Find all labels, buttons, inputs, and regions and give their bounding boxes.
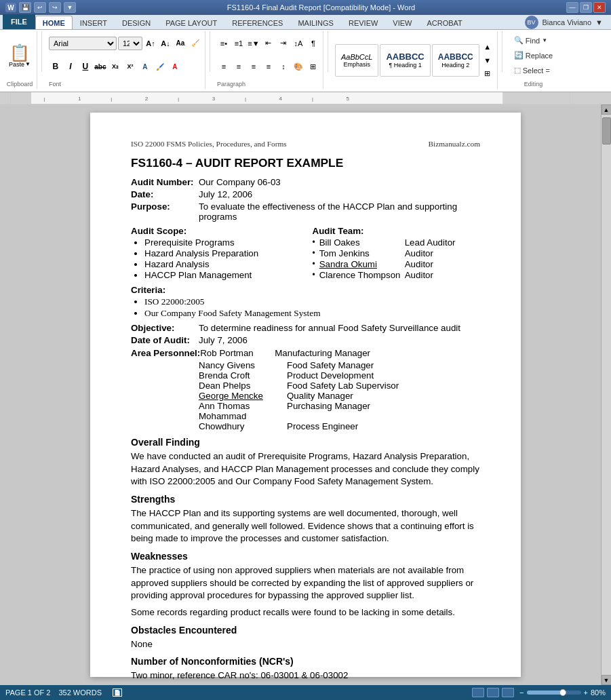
area-personnel-first-name: Rob Portman <box>200 348 275 358</box>
tab-home[interactable]: HOME <box>35 16 73 29</box>
bullet-icon-3: • <box>313 270 315 280</box>
status-bar: PAGE 1 OF 2 352 WORDS 📄 − + 80% <box>0 685 611 700</box>
personnel-name-2: Brenda Croft <box>199 370 287 381</box>
web-layout-btn[interactable] <box>502 688 514 697</box>
scope-item-3: HACCP Plan Management <box>144 270 299 280</box>
doc-scroll-area[interactable]: ISO 22000 FSMS Policies, Procedures, and… <box>10 104 601 685</box>
font-row-1: Arial 12 A↑ A↓ Aa 🧹 <box>49 33 202 54</box>
numbering-btn[interactable]: ≡1 <box>232 37 245 50</box>
multilevel-btn[interactable]: ≡▼ <box>247 37 260 50</box>
replace-btn[interactable]: 🔄 Replace <box>509 49 557 62</box>
paste-button[interactable]: 📋 Paste ▼ <box>5 43 34 70</box>
date-value: July 12, 2006 <box>199 189 252 199</box>
vertical-scrollbar[interactable]: ▲ ▼ <box>601 104 611 685</box>
text-effect-btn[interactable]: A <box>138 60 152 73</box>
user-name: Bianca Viviano <box>543 18 592 26</box>
increase-indent-btn[interactable]: ⇥ <box>277 37 290 50</box>
scroll-thumb[interactable] <box>602 117 611 144</box>
quick-save-btn[interactable]: 💾 <box>19 2 31 13</box>
align-center-btn[interactable]: ≡ <box>232 60 245 73</box>
date-row: Date: July 12, 2006 <box>131 189 480 199</box>
ruler-right <box>570 92 611 104</box>
sort-btn[interactable]: ↕A <box>292 37 305 50</box>
audit-number-row: Audit Number: Our Company 06-03 <box>131 177 480 187</box>
paste-dropdown-icon[interactable]: ▼ <box>25 61 31 67</box>
style-h2-preview: AABBCC <box>438 52 473 62</box>
tab-references[interactable]: REFERENCES <box>224 16 290 29</box>
tab-mailings[interactable]: MAILINGS <box>290 16 341 29</box>
paste-label: Paste <box>9 61 24 68</box>
styles-more[interactable]: ⊞ <box>481 67 494 81</box>
bullet-icon-2: • <box>313 259 315 269</box>
team-role-2: Auditor <box>405 259 433 269</box>
italic-btn[interactable]: I <box>64 60 77 73</box>
bullet-icon-1: • <box>313 248 315 258</box>
separator-4 <box>502 31 502 72</box>
grow-font-btn[interactable]: A↑ <box>144 37 157 50</box>
zoom-in-icon[interactable]: + <box>584 688 588 697</box>
tab-design[interactable]: DESIGN <box>115 16 158 29</box>
user-avatar: BV <box>525 16 538 29</box>
tab-insert[interactable]: INSERT <box>73 16 115 29</box>
zoom-out-icon[interactable]: − <box>519 688 524 697</box>
ruler: 1 2 3 4 5 <box>0 92 611 104</box>
borders-btn[interactable]: ⊞ <box>307 60 320 73</box>
personnel-row-1: Nancy Givens Food Safety Manager <box>131 360 480 370</box>
styles-scroll-down[interactable]: ▼ <box>481 54 494 67</box>
justify-btn[interactable]: ≡ <box>262 60 275 73</box>
bold-btn[interactable]: B <box>49 60 62 73</box>
ruler-body: 1 2 3 4 5 <box>10 92 570 104</box>
undo-btn[interactable]: ↩ <box>34 2 46 13</box>
styles-scroll-up[interactable]: ▲ <box>481 40 494 54</box>
tab-acrobat[interactable]: ACROBAT <box>419 16 469 29</box>
full-read-btn[interactable] <box>487 688 499 697</box>
decrease-indent-btn[interactable]: ⇤ <box>262 37 275 50</box>
status-right: − + 80% <box>472 688 606 697</box>
replace-icon: 🔄 <box>514 51 524 60</box>
clear-format-btn[interactable]: 🧹 <box>189 37 202 50</box>
ribbon-group-styles: AaBbCcL Emphasis AABBCC ¶ Heading 1 AABB… <box>332 31 498 89</box>
area-personnel-first-title: Manufacturing Manager <box>275 348 370 358</box>
select-btn[interactable]: ⬚ Select = <box>509 64 557 77</box>
show-marks-btn[interactable]: ¶ <box>307 37 320 50</box>
tab-view[interactable]: VIEW <box>385 16 419 29</box>
personnel-name-6b: Chowdhury <box>199 421 287 431</box>
find-btn[interactable]: 🔍 Find ▼ <box>509 34 557 47</box>
minimize-btn[interactable]: — <box>566 2 578 13</box>
strikethrough-btn[interactable]: abc <box>94 60 107 73</box>
find-dropdown-icon[interactable]: ▼ <box>542 37 547 43</box>
line-spacing-btn[interactable]: ↕ <box>277 60 290 73</box>
user-dropdown-icon[interactable]: ▼ <box>595 18 603 26</box>
align-right-btn[interactable]: ≡ <box>247 60 260 73</box>
print-layout-btn[interactable] <box>472 688 484 697</box>
zoom-handle[interactable] <box>559 689 566 696</box>
font-name-select[interactable]: Arial <box>49 37 117 50</box>
zoom-slider[interactable]: − + 80% <box>519 688 606 697</box>
user-area: BV Bianca Viviano ▼ <box>519 16 608 29</box>
font-size-select[interactable]: 12 <box>118 37 142 50</box>
scroll-up-btn[interactable]: ▲ <box>602 104 612 115</box>
shading-btn[interactable]: 🎨 <box>292 60 305 73</box>
quick-access-more[interactable]: ▼ <box>64 2 76 13</box>
tab-review[interactable]: REVIEW <box>341 16 385 29</box>
scroll-down-btn[interactable]: ▼ <box>602 675 612 685</box>
style-heading2[interactable]: AABBCC Heading 2 <box>432 44 479 77</box>
highlight-btn[interactable]: 🖌️ <box>153 60 167 73</box>
bullets-btn[interactable]: ≡• <box>217 37 231 50</box>
close-btn[interactable]: ✕ <box>593 2 606 13</box>
tab-file[interactable]: FILE <box>3 14 35 29</box>
tab-page-layout[interactable]: PAGE LAYOUT <box>158 16 224 29</box>
superscript-btn[interactable]: X² <box>123 60 137 73</box>
shrink-font-btn[interactable]: A↓ <box>159 37 172 50</box>
maximize-btn[interactable]: ❐ <box>580 2 592 13</box>
font-color-btn[interactable]: A <box>168 60 182 73</box>
change-case-btn[interactable]: Aa <box>174 37 187 50</box>
subscript-btn[interactable]: X₂ <box>109 60 122 73</box>
underline-btn[interactable]: U <box>79 60 92 73</box>
personnel-name-6: Mohammad <box>199 411 287 421</box>
redo-btn[interactable]: ↪ <box>49 2 61 13</box>
style-heading1[interactable]: AABBCC ¶ Heading 1 <box>380 44 430 77</box>
style-emphasis[interactable]: AaBbCcL Emphasis <box>335 44 378 77</box>
purpose-row: Purpose: To evaluate the effectiveness o… <box>131 201 480 222</box>
align-left-btn[interactable]: ≡ <box>217 60 231 73</box>
